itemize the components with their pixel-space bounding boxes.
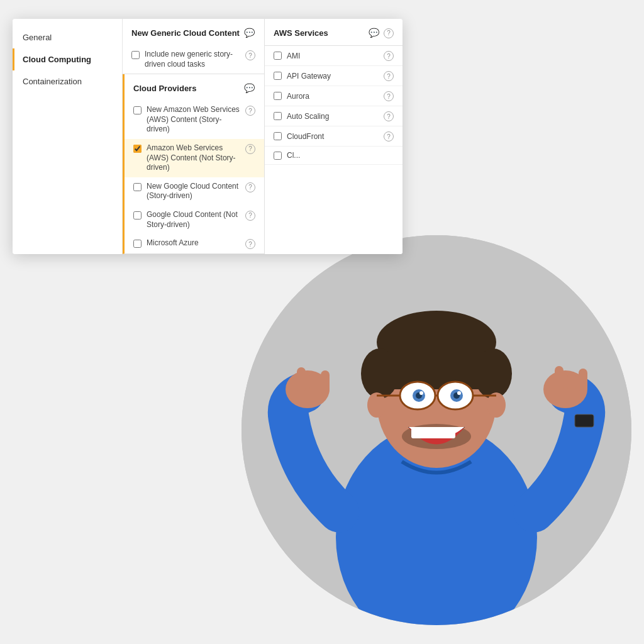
provider-help-1[interactable]: ?	[245, 144, 255, 154]
aws-checkbox-0[interactable]	[274, 52, 282, 60]
svg-rect-30	[579, 369, 587, 392]
provider-checkbox-0[interactable]	[133, 106, 142, 114]
provider-label-2: New Google Cloud Content (Story-driven)	[147, 182, 240, 201]
provider-checkbox-3[interactable]	[133, 211, 142, 219]
provider-item-4: Microsoft Azure ?	[125, 234, 264, 253]
aws-label-5: Cl...	[287, 151, 394, 160]
person-svg	[242, 235, 631, 625]
generic-cloud-label-0: Include new generic story-driven cloud t…	[145, 50, 240, 69]
generic-cloud-chat-icon[interactable]: 💬	[243, 26, 255, 39]
aws-checkbox-3[interactable]	[274, 112, 282, 120]
aws-header: AWS Services 💬 ?	[265, 19, 402, 46]
settings-panel: General Cloud Computing Containerization…	[13, 19, 402, 254]
aws-checkbox-5[interactable]	[274, 152, 282, 160]
svg-rect-28	[555, 366, 564, 391]
aws-label-3: Auto Scaling	[287, 112, 379, 121]
aws-item-3: Auto Scaling ?	[265, 106, 402, 126]
svg-rect-22	[411, 427, 455, 438]
aws-title: AWS Services	[274, 28, 328, 38]
provider-help-2[interactable]: ?	[245, 182, 255, 192]
main-content-area: New Generic Cloud Content 💬 Include new …	[123, 19, 402, 254]
aws-item-1: API Gateway ?	[265, 66, 402, 86]
generic-cloud-help-0[interactable]: ?	[245, 50, 255, 60]
provider-item-1: Amazon Web Services (AWS) Content (Not S…	[125, 139, 264, 177]
aws-item-5: Cl...	[265, 147, 402, 165]
provider-help-3[interactable]: ?	[245, 211, 255, 221]
aws-label-2: Aurora	[287, 92, 379, 101]
aws-help-0[interactable]: ?	[384, 51, 394, 61]
aws-help-4[interactable]: ?	[384, 131, 394, 142]
aws-chat-icon[interactable]: 💬	[367, 26, 380, 39]
sidebar-item-general[interactable]: General	[13, 26, 122, 48]
aws-label-1: API Gateway	[287, 72, 379, 80]
generic-cloud-header: New Generic Cloud Content 💬	[123, 19, 264, 45]
generic-cloud-title: New Generic Cloud Content	[131, 28, 240, 38]
aws-help-2[interactable]: ?	[384, 91, 394, 101]
generic-cloud-item-0: Include new generic story-driven cloud t…	[123, 45, 264, 74]
svg-rect-7	[377, 352, 496, 389]
generic-cloud-checkbox-0[interactable]	[131, 51, 140, 59]
cloud-providers-icons: 💬	[243, 82, 255, 94]
cloud-providers-section: Cloud Providers 💬 New Amazon Web Service…	[123, 74, 264, 254]
cloud-providers-chat-icon[interactable]: 💬	[243, 82, 255, 94]
settings-sidebar: General Cloud Computing Containerization	[13, 19, 123, 254]
svg-point-19	[419, 391, 423, 395]
aws-item-4: CloudFront ?	[265, 126, 402, 147]
provider-item-0: New Amazon Web Services (AWS) Content (S…	[125, 101, 264, 139]
aws-label-4: CloudFront	[287, 132, 379, 141]
aws-icons: 💬 ?	[367, 26, 394, 39]
sidebar-item-containerization[interactable]: Containerization	[13, 70, 122, 92]
cloud-providers-title: Cloud Providers	[133, 84, 196, 93]
svg-rect-25	[309, 372, 318, 391]
provider-item-2: New Google Cloud Content (Story-driven) …	[125, 177, 264, 206]
provider-checkbox-2[interactable]	[133, 183, 142, 191]
provider-label-4: Microsoft Azure	[147, 238, 240, 248]
generic-cloud-section: New Generic Cloud Content 💬 Include new …	[123, 19, 264, 74]
aws-label-0: AMI	[287, 52, 379, 60]
provider-label-1: Amazon Web Services (AWS) Content (Not S…	[147, 143, 240, 173]
provider-label-3: Google Cloud Content (Not Story-driven)	[147, 210, 240, 230]
aws-item-2: Aurora ?	[265, 86, 402, 106]
svg-rect-26	[321, 370, 330, 394]
svg-rect-31	[575, 414, 594, 427]
provider-help-0[interactable]: ?	[245, 106, 255, 116]
svg-rect-29	[567, 372, 576, 391]
generic-cloud-icons: 💬	[243, 26, 255, 39]
aws-help-icon[interactable]: ?	[384, 28, 394, 38]
svg-point-20	[457, 391, 461, 395]
aws-item-0: AMI ?	[265, 46, 402, 66]
aws-checkbox-1[interactable]	[274, 72, 282, 80]
content-left: New Generic Cloud Content 💬 Include new …	[123, 19, 264, 254]
aws-services-panel: AWS Services 💬 ? AMI ? API Gateway ?	[264, 19, 402, 254]
provider-item-3: Google Cloud Content (Not Story-driven) …	[125, 206, 264, 234]
provider-label-0: New Amazon Web Services (AWS) Content (S…	[147, 105, 240, 135]
main-scene: General Cloud Computing Containerization…	[0, 0, 644, 644]
provider-checkbox-4[interactable]	[133, 240, 142, 248]
aws-help-3[interactable]: ?	[384, 111, 394, 121]
sidebar-item-cloud-computing[interactable]: Cloud Computing	[13, 48, 122, 70]
provider-checkbox-1[interactable]	[133, 145, 142, 153]
person-illustration	[242, 235, 631, 625]
svg-rect-24	[297, 367, 306, 392]
aws-checkbox-4[interactable]	[274, 132, 282, 140]
aws-help-1[interactable]: ?	[384, 71, 394, 81]
cloud-providers-header: Cloud Providers 💬	[125, 74, 264, 101]
provider-help-4[interactable]: ?	[245, 239, 255, 249]
aws-checkbox-2[interactable]	[274, 92, 282, 100]
